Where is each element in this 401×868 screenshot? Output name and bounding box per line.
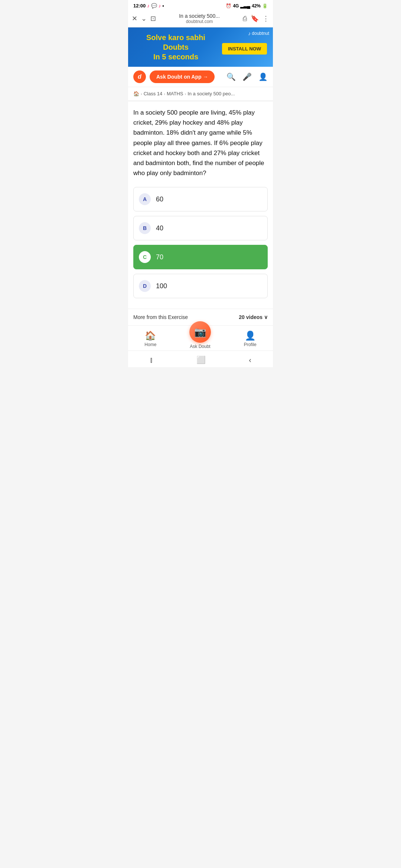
option-a[interactable]: A 60 [133, 187, 268, 211]
profile-nav-icon: 👤 [245, 331, 256, 341]
dot: • [162, 3, 164, 9]
home-nav-item[interactable]: 🏠 Home [144, 331, 156, 347]
profile-nav-label: Profile [244, 342, 257, 347]
banner-line1: Solve karo sabhi Doubts [134, 33, 218, 52]
share-icon[interactable]: ⎙ [243, 15, 247, 23]
more-exercise-text: More from this Exercise [133, 314, 188, 320]
breadcrumb-chevron2: › [164, 92, 165, 96]
option-d-value: 100 [156, 282, 167, 290]
search-icon[interactable]: 🔍 [226, 72, 236, 81]
options-area: A 60 B 40 C 70 D 100 [128, 184, 273, 309]
url-area: In a society 500... doubtnut.com [160, 13, 239, 24]
status-right: ⏰ 4G ▂▃▄ 42% 🔋 [226, 3, 268, 9]
close-icon[interactable]: ✕ [132, 14, 137, 23]
breadcrumb: 🏠 › Class 14 › MATHS › In a society 500 … [128, 87, 273, 100]
home-icon[interactable]: 🏠 [133, 91, 139, 96]
bottom-nav: 🏠 Home 📷 Ask Doubt 👤 Profile [128, 325, 273, 351]
browser-bar: ✕ ⌄ ⊡ In a society 500... doubtnut.com ⎙… [128, 10, 273, 27]
bookmark-icon[interactable]: 🔖 [251, 14, 259, 23]
option-b[interactable]: B 40 [133, 216, 268, 240]
profile-nav-item[interactable]: 👤 Profile [244, 331, 257, 347]
doubtnut-logo-icon: ♪ [248, 30, 251, 36]
breadcrumb-chevron3: › [185, 92, 186, 96]
videos-link[interactable]: 20 videos ∨ [239, 314, 268, 320]
option-d-label: D [139, 280, 151, 292]
option-c-label: C [139, 251, 151, 263]
url-domain: doubtnut.com [160, 19, 239, 24]
user-icon[interactable]: 👤 [258, 72, 268, 81]
battery-label: 42% [252, 3, 261, 9]
signal-icon: ▂▃▄ [240, 3, 250, 9]
option-b-label: B [139, 222, 151, 234]
logo-letter: d [138, 73, 141, 80]
option-c[interactable]: C 70 [133, 245, 268, 269]
option-d[interactable]: D 100 [133, 274, 268, 298]
app-logo: d [133, 70, 146, 83]
mic-icon[interactable]: 🎤 [242, 72, 252, 81]
home-nav-label: Home [144, 342, 156, 347]
status-bar: 12:00 ♪ 💬 ♪ • ⏰ 4G ▂▃▄ 42% 🔋 [128, 0, 273, 10]
nav-icons: 🔍 🎤 👤 [226, 72, 268, 81]
app-navbar: d Ask Doubt on App → 🔍 🎤 👤 [128, 67, 273, 87]
ask-doubt-nav-item[interactable]: 📷 Ask Doubt [189, 329, 211, 349]
breadcrumb-question: In a society 500 peo... [188, 91, 235, 96]
android-nav: ⫿ ⬜ ‹ [128, 351, 273, 367]
breadcrumb-class[interactable]: Class 14 [144, 91, 163, 96]
tabs-icon[interactable]: ⊡ [150, 14, 156, 23]
ask-doubt-on-app-button[interactable]: Ask Doubt on App → [150, 70, 215, 83]
camera-icon: 📷 [194, 326, 206, 338]
tiktok-icon2: ♪ [159, 3, 161, 9]
breadcrumb-chevron1: › [141, 92, 142, 96]
option-c-value: 70 [156, 253, 163, 261]
home-nav-icon: 🏠 [145, 331, 156, 341]
ask-doubt-nav-label: Ask Doubt [190, 344, 210, 349]
breadcrumb-subject[interactable]: MATHS [167, 91, 183, 96]
android-home-icon[interactable]: ⬜ [196, 355, 206, 364]
option-a-label: A [139, 193, 151, 205]
option-a-value: 60 [156, 195, 163, 203]
android-recents-icon[interactable]: ‹ [249, 356, 251, 364]
time: 12:00 [133, 3, 146, 9]
tiktok-icon1: ♪ [147, 3, 150, 9]
battery-icon: 🔋 [262, 3, 268, 9]
status-left: 12:00 ♪ 💬 ♪ • [133, 3, 164, 9]
option-b-value: 40 [156, 224, 163, 232]
question-text: In a society 500 people are living, 45% … [133, 108, 268, 178]
ask-doubt-fab[interactable]: 📷 [189, 321, 211, 343]
chevron-down-icon[interactable]: ⌄ [141, 14, 147, 23]
android-back-icon[interactable]: ⫿ [150, 356, 153, 364]
message-icon: 💬 [151, 3, 157, 9]
banner-logo: ♪ doubtnut [248, 30, 269, 36]
question-area: In a society 500 people are living, 45% … [128, 102, 273, 184]
url-title: In a society 500... [160, 13, 239, 19]
banner-line2: In 5 seconds [134, 52, 218, 62]
alarm-icon: ⏰ [226, 3, 231, 9]
banner-ad: ♪ doubtnut Solve karo sabhi Doubts In 5 … [128, 27, 273, 67]
network-label: 4G [233, 3, 239, 9]
install-now-button[interactable]: INSTALL NOW [222, 43, 267, 55]
more-icon[interactable]: ⋮ [263, 14, 269, 23]
